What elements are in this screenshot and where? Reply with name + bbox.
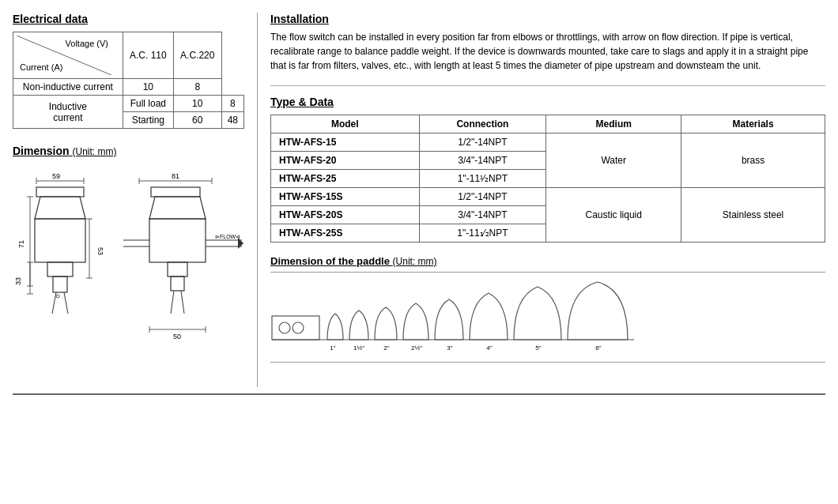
svg-text:50: 50 (173, 333, 181, 340)
svg-line-18 (52, 292, 56, 314)
installation-text: The flow switch can be installed in ever… (270, 30, 825, 73)
full-load-v1: 10 (173, 96, 221, 112)
connection-cell: 1/2"-14NPT (419, 188, 546, 206)
starting-v1: 60 (173, 112, 221, 129)
table-row: HTW-AFS-15S (271, 188, 420, 206)
type-col-model: Model (271, 115, 420, 134)
non-inductive-label: Non-inductive current (13, 79, 123, 96)
bottom-bar (13, 393, 825, 398)
svg-rect-39 (171, 276, 184, 291)
table-row: HTW-AFS-25 (271, 170, 420, 188)
svg-text:6": 6" (595, 344, 601, 352)
connection-cell: 1"-11¹⁄₂NPT (419, 170, 546, 188)
installation-title: Installation (270, 13, 825, 25)
dimension-section: Dimension (Unit: mm) 59 (13, 145, 244, 387)
svg-line-44 (171, 291, 174, 314)
svg-text:81: 81 (172, 172, 179, 180)
svg-rect-17 (53, 276, 67, 292)
type-data-section: Type & Data Model Connection Medium Mate… (270, 96, 825, 243)
full-load-v2: 8 (221, 96, 243, 112)
electrical-data-section: Electrical data Voltage (V) Current (A) (13, 13, 244, 129)
svg-text:1½": 1½" (353, 344, 364, 352)
paddle-drawing: 1" 1½" 2" 2½" 3" 4" (270, 272, 825, 363)
svg-point-47 (279, 322, 290, 333)
svg-point-20 (56, 295, 59, 298)
dimension-title: Dimension (Unit: mm) (13, 145, 244, 157)
diagonal-header: Voltage (V) Current (A) (13, 32, 123, 79)
svg-marker-34 (238, 238, 243, 249)
svg-text:3": 3" (447, 344, 452, 352)
materials-cell-stainless: Stainless steel (681, 188, 825, 243)
starting-label: Starting (123, 112, 173, 129)
medium-cell-caustic: Caustic liquid (546, 188, 681, 243)
table-row: HTW-AFS-25S (271, 224, 420, 243)
svg-text:53: 53 (96, 247, 104, 255)
type-table: Model Connection Medium Materials HTW-AF… (270, 115, 825, 243)
svg-text:⊳FLOW⊲: ⊳FLOW⊲ (215, 234, 240, 239)
table-row: HTW-AFS-20S (271, 206, 420, 224)
svg-text:5": 5" (535, 344, 541, 352)
svg-text:2½": 2½" (411, 344, 422, 352)
electrical-table: Voltage (V) Current (A) A.C. 110 A.C.220… (13, 32, 244, 129)
connection-cell: 1/2"-14NPT (419, 134, 546, 152)
svg-rect-1 (36, 187, 84, 197)
dimension-drawing: 59 71 53 (13, 164, 244, 387)
svg-marker-6 (35, 197, 85, 219)
col-ac220: A.C.220 (173, 32, 221, 79)
ampersand: & (299, 96, 310, 108)
svg-text:71: 71 (17, 240, 25, 248)
svg-text:2": 2" (383, 344, 389, 352)
materials-cell-brass: brass (681, 134, 825, 188)
voltage-label: Voltage (V) (66, 39, 108, 48)
non-inductive-v1: 10 (123, 79, 173, 96)
paddle-section: Dimension of the paddle (Unit: mm) 1" (270, 255, 825, 363)
svg-rect-31 (149, 219, 206, 262)
electrical-data-title: Electrical data (13, 13, 244, 25)
current-label: Current (A) (20, 62, 62, 72)
full-load-label: Full load (123, 96, 173, 112)
connection-cell: 3/4"-14NPT (419, 152, 546, 170)
connection-cell: 3/4"-14NPT (419, 206, 546, 224)
svg-rect-38 (168, 262, 187, 276)
svg-rect-12 (47, 262, 73, 276)
svg-point-48 (293, 322, 304, 333)
dimension-svg: 59 71 53 (13, 164, 250, 385)
starting-v2: 48 (221, 112, 243, 129)
svg-text:1": 1" (330, 344, 335, 352)
svg-line-19 (64, 292, 68, 314)
table-row: HTW-AFS-15 (271, 134, 420, 152)
non-inductive-v2: 8 (173, 79, 221, 96)
medium-cell-water: Water (546, 134, 681, 188)
svg-rect-7 (35, 219, 85, 262)
type-data-title: Type & Data (270, 96, 825, 108)
svg-text:33: 33 (14, 277, 22, 285)
paddle-title: Dimension of the paddle (Unit: mm) (270, 255, 825, 267)
connection-cell: 1"-11₁⁄₂NPT (419, 224, 546, 243)
svg-text:59: 59 (52, 172, 60, 180)
table-row: HTW-AFS-20 (271, 152, 420, 170)
svg-text:4": 4" (486, 344, 492, 352)
svg-marker-30 (149, 197, 206, 219)
inductive-current-label: Inductive current (13, 96, 123, 129)
col-ac110: A.C. 110 (123, 32, 173, 79)
svg-line-45 (181, 291, 184, 314)
paddle-svg: 1" 1½" 2" 2½" 3" 4" (270, 280, 745, 352)
type-col-medium: Medium (546, 115, 681, 134)
svg-rect-29 (151, 187, 200, 197)
installation-section: Installation The flow switch can be inst… (270, 13, 825, 73)
type-col-materials: Materials (681, 115, 825, 134)
type-col-connection: Connection (419, 115, 546, 134)
